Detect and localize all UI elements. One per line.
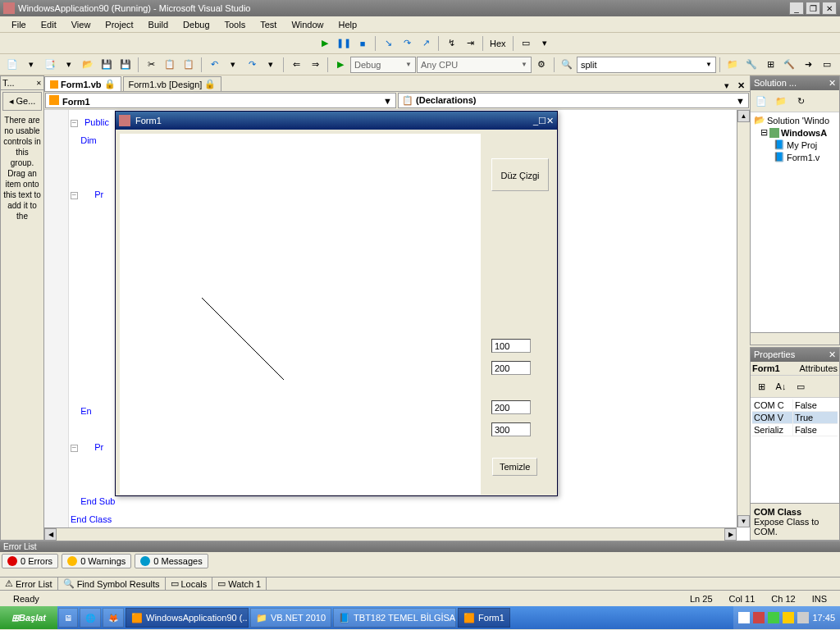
vs-restore-button[interactable]: ❐: [806, 2, 820, 15]
undo-drop[interactable]: ▾: [224, 56, 242, 74]
start-page-button[interactable]: ➜: [799, 56, 817, 74]
add-item-drop[interactable]: ▾: [60, 56, 78, 74]
copy-button[interactable]: 📋: [161, 56, 179, 74]
step-out-button[interactable]: ↗: [417, 34, 435, 52]
warnings-filter[interactable]: 0 Warnings: [62, 554, 131, 568]
toolbox-group[interactable]: ◂ Ge...: [2, 92, 42, 111]
tab-watch[interactable]: ▭Watch 1: [212, 578, 267, 590]
sol-refresh-button[interactable]: ↻: [792, 92, 810, 110]
paste-button[interactable]: 📋: [180, 56, 198, 74]
redo-button[interactable]: ↷: [243, 56, 261, 74]
errors-filter[interactable]: 0 Errors: [2, 554, 58, 568]
form1-close-button[interactable]: ✕: [546, 116, 554, 126]
tray-icon[interactable]: [783, 612, 794, 623]
panel-close-icon[interactable]: ✕: [829, 78, 836, 89]
y1-input[interactable]: [491, 361, 531, 375]
tab-menu-drop[interactable]: ▾: [721, 80, 733, 91]
tab-find-results[interactable]: 🔍Find Symbol Results: [58, 578, 166, 590]
myproject-node[interactable]: 📘My Proj: [752, 139, 838, 151]
taskbar-item-word[interactable]: 📘TBT182 TEMEL BİLGİSA...: [333, 608, 456, 628]
tab-error-list[interactable]: ⚠Error List: [0, 578, 58, 590]
quicklaunch-item[interactable]: 🖥: [58, 608, 78, 628]
clear-button[interactable]: Temizle: [492, 458, 537, 476]
menu-file[interactable]: File: [5, 18, 33, 31]
tab-close-button[interactable]: ✕: [733, 80, 750, 91]
taskbar-item-vs[interactable]: 🟧WindowsApplication90 (...: [126, 608, 249, 628]
x1-input[interactable]: [491, 339, 531, 353]
sol-prop-button[interactable]: 📄: [752, 92, 770, 110]
toolbox-button[interactable]: 🔨: [780, 56, 798, 74]
draw-line-button[interactable]: Düz Çizgi: [491, 158, 549, 191]
property-grid[interactable]: COM CFalse COM VTrue SerializFalse: [751, 398, 839, 503]
save-all-button[interactable]: 💾: [116, 56, 135, 74]
menu-edit[interactable]: Edit: [34, 18, 63, 31]
tool-a-button[interactable]: ⚙: [532, 56, 550, 74]
tool-dropdown-button[interactable]: ▾: [536, 34, 554, 52]
taskbar-item-form1[interactable]: 🟧Form1: [458, 608, 510, 628]
vs-close-button[interactable]: ✕: [822, 2, 837, 15]
member-combo[interactable]: 📋 (Declarations)▼: [398, 93, 749, 108]
editor-vscroll[interactable]: ▲ ▼: [737, 110, 750, 527]
form1-titlebar[interactable]: Form1 _ ☐ ✕: [116, 112, 557, 130]
sol-show-button[interactable]: 📁: [772, 92, 790, 110]
undo-button[interactable]: ↶: [205, 56, 223, 74]
menu-help[interactable]: Help: [332, 18, 364, 31]
panel-close-icon[interactable]: ✕: [829, 349, 836, 360]
add-item-button[interactable]: 📑: [41, 56, 59, 74]
find-icon[interactable]: 🔍: [558, 56, 576, 74]
tab-form1-design[interactable]: Form1.vb [Design] 🔒: [123, 76, 222, 91]
quicklaunch-item[interactable]: 🌐: [80, 608, 101, 628]
menu-build[interactable]: Build: [142, 18, 175, 31]
find-select[interactable]: split▼: [577, 57, 716, 73]
messages-filter[interactable]: 0 Messages: [135, 554, 208, 568]
tab-form1-vb[interactable]: Form1.vb 🔒: [44, 76, 121, 91]
menu-test[interactable]: Test: [253, 18, 283, 31]
system-tray[interactable]: 17:45: [733, 606, 840, 629]
open-button[interactable]: 📂: [79, 56, 97, 74]
menu-debug[interactable]: Debug: [176, 18, 216, 31]
redo-drop[interactable]: ▾: [262, 56, 280, 74]
editor-hscroll[interactable]: ◀ ▶: [44, 527, 737, 541]
nav-fwd-button[interactable]: ⇒: [306, 56, 324, 74]
y2-input[interactable]: [491, 422, 531, 436]
tray-icon[interactable]: [768, 612, 779, 623]
stop-button[interactable]: ■: [354, 34, 372, 52]
new-project-drop[interactable]: ▾: [22, 56, 40, 74]
tray-icon[interactable]: [738, 612, 750, 623]
solution-explorer-button[interactable]: 📁: [724, 56, 742, 74]
step-button[interactable]: ↯: [442, 34, 460, 52]
menu-project[interactable]: Project: [98, 18, 139, 31]
continue-button[interactable]: ▶: [316, 34, 334, 52]
other-button[interactable]: ▭: [818, 56, 836, 74]
platform-select[interactable]: Any CPU▼: [417, 57, 532, 73]
step2-button[interactable]: ⇥: [461, 34, 479, 52]
prop-cat-button[interactable]: ⊞: [752, 377, 770, 395]
menu-view[interactable]: View: [65, 18, 98, 31]
pause-button[interactable]: ❚❚: [335, 34, 353, 52]
sol-hscroll[interactable]: [751, 332, 839, 345]
taskbar-item-folder[interactable]: 📁VB.NET 2010: [250, 608, 331, 628]
menu-tools[interactable]: Tools: [218, 18, 253, 31]
solution-root[interactable]: 📂Solution 'Windo: [752, 114, 838, 126]
config-select[interactable]: Debug▼: [350, 57, 416, 73]
menu-window[interactable]: Window: [285, 18, 330, 31]
step-over-button[interactable]: ↷: [398, 34, 416, 52]
start-button[interactable]: ▶: [331, 56, 349, 74]
quicklaunch-item[interactable]: 🦊: [103, 608, 124, 628]
start-button[interactable]: ⊞ Başlat: [0, 606, 57, 629]
cut-button[interactable]: ✂: [142, 56, 160, 74]
tray-icon[interactable]: [797, 612, 809, 623]
x2-input[interactable]: [491, 400, 531, 414]
class-combo[interactable]: Form1▼: [45, 93, 396, 108]
vs-minimize-button[interactable]: _: [789, 2, 804, 15]
form1-maximize-button[interactable]: ☐: [538, 116, 546, 126]
form1-node[interactable]: 📘Form1.v: [752, 151, 838, 163]
new-project-button[interactable]: 📄: [3, 56, 21, 74]
prop-az-button[interactable]: A↓: [772, 377, 790, 395]
save-button[interactable]: 💾: [98, 56, 116, 74]
step-into-button[interactable]: ↘: [379, 34, 397, 52]
project-node[interactable]: ⊟WindowsA: [752, 126, 838, 139]
prop-page-button[interactable]: ▭: [792, 377, 810, 395]
nav-back-button[interactable]: ⇐: [287, 56, 305, 74]
object-browser-button[interactable]: ⊞: [761, 56, 779, 74]
